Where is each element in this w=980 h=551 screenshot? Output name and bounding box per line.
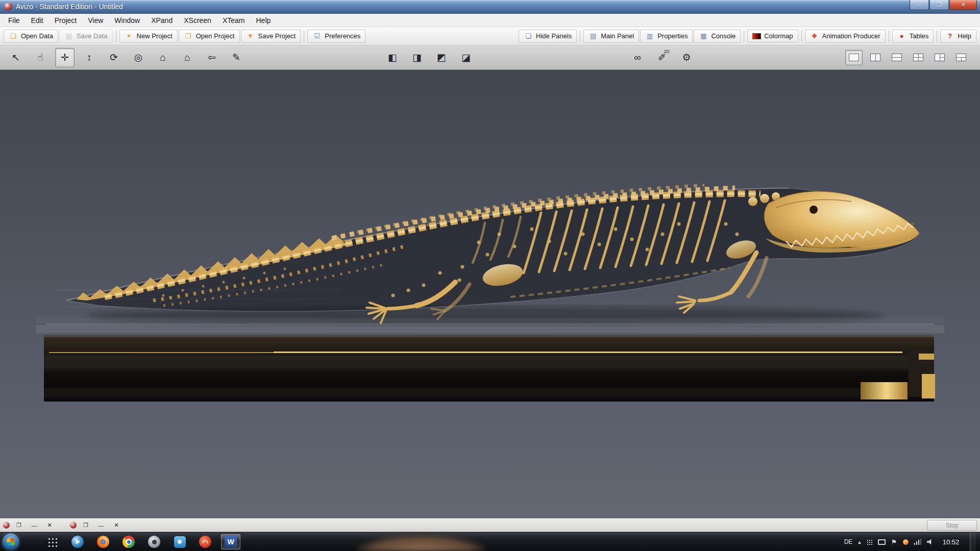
menu-item-label: XPand: [151, 16, 173, 24]
close-window-button[interactable]: ✕: [110, 520, 122, 531]
stop-button[interactable]: Stop: [927, 520, 977, 531]
save-data-button[interactable]: ▤ Save Data: [59, 30, 113, 43]
tool-glyph: ↕: [87, 52, 92, 63]
menu-help[interactable]: Help: [251, 15, 276, 26]
menu-window[interactable]: Window: [109, 15, 145, 26]
toolbar-separator: [580, 30, 580, 42]
tables-label: Tables: [910, 32, 929, 40]
pan-tool[interactable]: ☝: [31, 48, 50, 67]
tool-glyph: ⌂: [184, 52, 190, 63]
tables-icon: ●: [897, 32, 906, 40]
minimize-window-button[interactable]: —: [95, 520, 107, 531]
save-project-button[interactable]: ▼ Save Project: [241, 30, 301, 43]
show-desktop-button[interactable]: [970, 533, 976, 551]
main-panel-button[interactable]: ▤ Main Panel: [583, 30, 639, 43]
set-home-view[interactable]: ⌂: [178, 48, 197, 67]
media-player-button[interactable]: [68, 534, 87, 549]
colormap-button[interactable]: Colormap: [747, 30, 798, 42]
open-project-button[interactable]: ❒ Open Project: [179, 30, 240, 43]
close-window-button[interactable]: ✕: [43, 520, 56, 531]
messenger-button[interactable]: [170, 534, 189, 549]
network-icon[interactable]: [914, 539, 922, 545]
viewport-3d[interactable]: [0, 70, 980, 518]
menu-file[interactable]: File: [3, 15, 25, 26]
new-project-button[interactable]: ✶ New Project: [119, 30, 178, 43]
viewer-layout-buttons: [845, 50, 974, 65]
menu-view[interactable]: View: [83, 15, 108, 26]
menu-xteam[interactable]: XTeam: [217, 15, 250, 26]
viewer-settings[interactable]: ⚙: [677, 48, 696, 67]
restore-button[interactable]: ❐: [929, 0, 949, 10]
menu-edit[interactable]: Edit: [26, 15, 48, 26]
toolbar-separator: [937, 30, 937, 42]
rotate-tool[interactable]: ⟳: [104, 48, 124, 67]
tool-glyph: ↖: [12, 52, 20, 63]
home-view[interactable]: ⌂: [153, 48, 173, 67]
open-data-button[interactable]: ❑ Open Data: [4, 30, 58, 43]
taskbar-clock[interactable]: 10:52: [940, 538, 962, 546]
layout-two-vertical-button[interactable]: [867, 50, 884, 65]
translate-tool[interactable]: ✛: [55, 48, 75, 67]
tool-glyph: ⚙: [682, 52, 691, 63]
layout-three-bottom-button[interactable]: [952, 50, 970, 65]
close-button[interactable]: ✕: [949, 0, 977, 10]
restore-window-button[interactable]: ❐: [80, 520, 92, 531]
chrome-icon: [122, 536, 135, 548]
preferences-button[interactable]: ☑ Preferences: [307, 30, 365, 43]
tray-grid-icon[interactable]: [867, 539, 872, 545]
layout-three-left-button[interactable]: [931, 50, 948, 65]
avizo-window-icon[interactable]: [70, 522, 77, 529]
open-project-icon: ❒: [184, 32, 193, 40]
title-bar[interactable]: Avizo - Standard Edition - Untitled – ❐ …: [0, 0, 980, 14]
zoom-tool[interactable]: ↕: [80, 48, 99, 67]
media-center-button[interactable]: [195, 534, 215, 549]
menu-project[interactable]: Project: [50, 15, 82, 26]
help-button[interactable]: ? Help: [940, 30, 976, 43]
stereo-view[interactable]: ∞: [628, 48, 647, 67]
tray-update-icon[interactable]: [903, 539, 909, 545]
console-button[interactable]: ▦ Console: [694, 30, 741, 43]
view-plane-xy[interactable]: ◩: [432, 48, 451, 67]
minimize-window-button[interactable]: —: [28, 520, 40, 531]
save-data-label: Save Data: [77, 32, 108, 40]
seek-tool[interactable]: ◎: [129, 48, 148, 67]
start-button[interactable]: [3, 534, 19, 550]
minimize-button[interactable]: –: [910, 0, 929, 10]
menu-xscreen[interactable]: XScreen: [179, 15, 216, 26]
measure-2d[interactable]: ✐ 2D: [652, 48, 672, 67]
chrome-button[interactable]: [119, 534, 138, 549]
view-all[interactable]: ⇦: [202, 48, 222, 67]
view-plane-yz[interactable]: ◧: [383, 48, 402, 67]
firefox-globe-icon: [101, 539, 106, 544]
menu-xpand[interactable]: XPand: [146, 15, 178, 26]
launcher-grid-button[interactable]: [42, 534, 62, 549]
properties-button[interactable]: ▥ Properties: [640, 30, 693, 43]
volume-icon[interactable]: [927, 539, 934, 545]
hide-panels-button[interactable]: ❏ Hide Panels: [519, 30, 577, 43]
action-center-flag-icon[interactable]: ⚑: [891, 538, 897, 546]
firefox-button[interactable]: [93, 534, 113, 549]
layout-two-horizontal-button[interactable]: [888, 50, 905, 65]
interact-tool[interactable]: ↖: [6, 48, 26, 67]
menu-item-label: Project: [55, 16, 77, 24]
layout-single-button[interactable]: [845, 50, 863, 65]
tray-chevron-icon[interactable]: ▴: [858, 539, 861, 545]
menu-item-label: XScreen: [184, 16, 211, 24]
tables-button[interactable]: ● Tables: [892, 30, 934, 43]
avizo-window-icon[interactable]: [3, 522, 10, 529]
view-plane-tools: ◧ ◨ ◩ ◪: [383, 48, 481, 67]
animation-producer-button[interactable]: ❖ Animation Producer: [805, 30, 886, 43]
layout-four-button[interactable]: [910, 50, 927, 65]
view-plane-xz[interactable]: ◨: [407, 48, 427, 67]
menu-item-label: File: [8, 16, 20, 24]
photo-viewer-button[interactable]: [144, 534, 164, 549]
word-button[interactable]: W: [221, 534, 240, 549]
measure-tool[interactable]: ✎: [227, 48, 246, 67]
panel-window-controls-1: ❐ — ✕: [3, 520, 56, 531]
perspective-view[interactable]: ◪: [456, 48, 476, 67]
language-indicator[interactable]: DE: [844, 538, 853, 545]
restore-window-button[interactable]: ❐: [13, 520, 25, 531]
firefox-icon: [97, 536, 109, 548]
tray-display-icon[interactable]: [878, 539, 886, 545]
chrome-core-icon: [126, 539, 132, 545]
